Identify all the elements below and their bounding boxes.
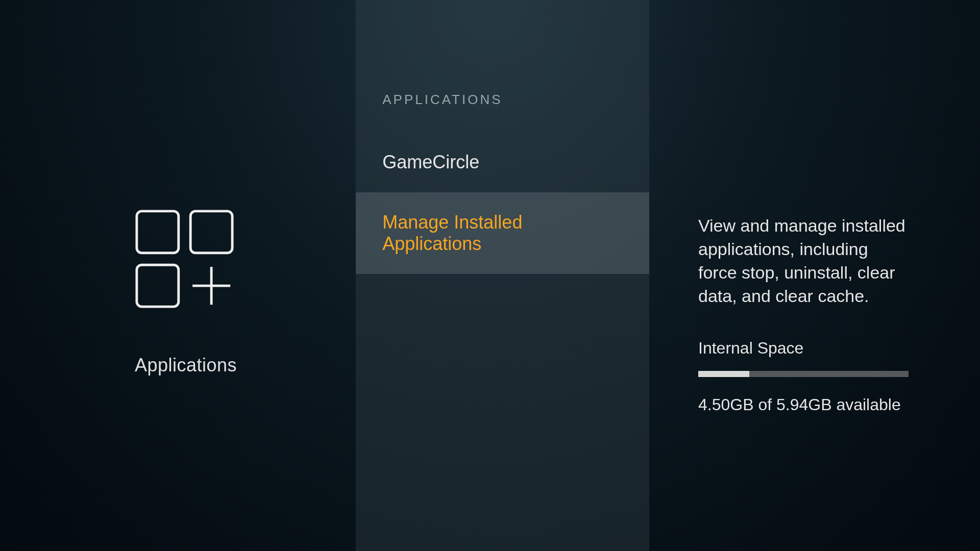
left-pane-title: Applications xyxy=(135,355,237,376)
item-description: View and manage installed applications, … xyxy=(698,214,909,308)
menu-item-manage-installed-applications[interactable]: Manage Installed Applications xyxy=(356,192,649,274)
menu-item-gamecircle[interactable]: GameCircle xyxy=(356,132,649,192)
svg-rect-0 xyxy=(137,211,179,253)
section-header: APPLICATIONS xyxy=(356,92,649,132)
svg-rect-1 xyxy=(190,211,232,253)
svg-rect-2 xyxy=(137,265,179,307)
storage-label: Internal Space xyxy=(698,339,909,358)
left-pane: Applications xyxy=(0,0,356,551)
storage-text: 4.50GB of 5.94GB available xyxy=(698,395,909,414)
detail-pane: View and manage installed applications, … xyxy=(649,0,980,551)
menu-pane: APPLICATIONS GameCircle Manage Installed… xyxy=(356,0,649,551)
applications-icon xyxy=(135,209,234,309)
storage-progress-bar xyxy=(698,371,909,377)
storage-progress-fill xyxy=(698,371,749,377)
